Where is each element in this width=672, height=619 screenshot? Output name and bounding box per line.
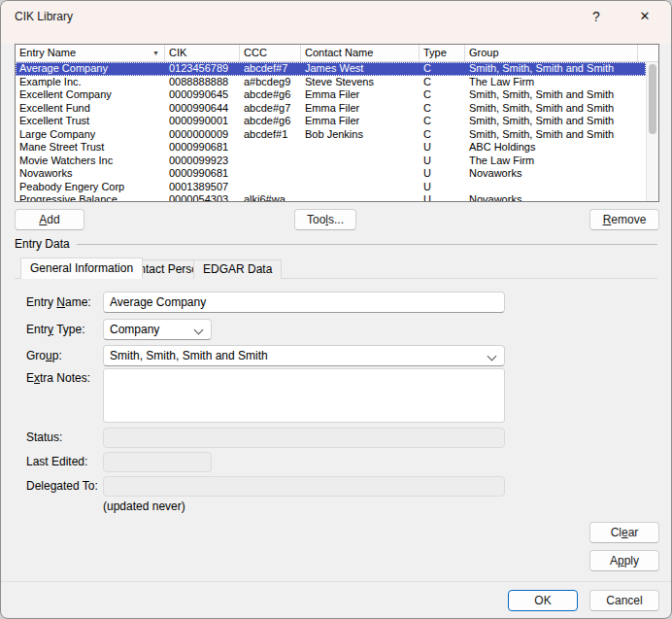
table-cell: Average Company xyxy=(16,62,165,76)
table-row[interactable]: Novaworks0000990681UNovaworks xyxy=(16,167,646,181)
cik-library-dialog: CIK Library ? ✕ Entry Name▼CIKCCCContact… xyxy=(0,0,672,619)
table-cell: Smith, Smith, Smith and Smith xyxy=(465,88,638,102)
entry-list[interactable]: Entry Name▼CIKCCCContact NameTypeGroup A… xyxy=(15,44,659,202)
table-row[interactable]: Excellent Trust0000990001abcde#g6Emma Fi… xyxy=(16,115,646,128)
table-row[interactable]: Example Inc.0088888888a#bcdeg9Steve Stev… xyxy=(16,76,646,89)
table-cell: Emma Filer xyxy=(301,115,420,128)
delegated-to-field xyxy=(103,476,505,497)
column-header-label: Group xyxy=(469,47,499,58)
table-row[interactable]: Progressive Balance0000054303alki6#waUNo… xyxy=(16,193,646,201)
table-cell: Emma Filer xyxy=(301,88,420,102)
entry-data-group-label: Entry Data xyxy=(15,237,70,251)
window-title: CIK Library xyxy=(15,1,73,32)
table-cell: Emma Filer xyxy=(301,102,420,116)
ok-button[interactable]: OK xyxy=(508,590,578,611)
table-cell: U xyxy=(420,193,465,201)
list-scrollbar[interactable] xyxy=(646,62,658,201)
list-header: Entry Name▼CIKCCCContact NameTypeGroup xyxy=(16,45,658,62)
table-cell: 0000990681 xyxy=(165,167,240,181)
table-cell: abcdef#7 xyxy=(240,62,301,76)
table-cell: Excellent Fund xyxy=(16,102,165,116)
footer-divider xyxy=(1,581,671,582)
table-cell: Smith, Smith, Smith and Smith xyxy=(465,115,638,128)
table-cell: James West xyxy=(301,62,420,76)
table-cell: C xyxy=(420,102,465,116)
status-field xyxy=(103,428,505,448)
column-header-entry-name[interactable]: Entry Name▼ xyxy=(16,45,165,62)
table-cell: Excellent Trust xyxy=(16,115,165,128)
entry-type-select[interactable]: Company xyxy=(103,319,212,340)
table-cell: Peabody Engery Corp xyxy=(16,181,165,194)
list-body: Average Company0123456789abcdef#7James W… xyxy=(16,62,646,201)
table-cell: 0123456789 xyxy=(165,62,240,76)
table-cell: C xyxy=(420,115,465,128)
table-cell: 0000990681 xyxy=(165,141,240,155)
chevron-down-icon xyxy=(487,352,497,361)
table-cell: abcde#g6 xyxy=(240,88,301,102)
table-cell: C xyxy=(420,88,465,102)
table-cell: abcde#g6 xyxy=(240,115,301,128)
remove-button[interactable]: Remove xyxy=(589,209,659,230)
table-cell: Novaworks xyxy=(465,193,638,201)
table-cell: Bob Jenkins xyxy=(301,128,420,142)
title-bar: CIK Library ? ✕ xyxy=(1,1,672,44)
column-header-type[interactable]: Type xyxy=(420,45,465,62)
table-cell xyxy=(240,141,301,155)
table-cell: a#bcdeg9 xyxy=(240,76,301,89)
table-cell: C xyxy=(420,62,465,76)
column-header-ccc[interactable]: CCC xyxy=(240,45,301,62)
tab-general-information[interactable]: General Information xyxy=(20,258,143,279)
close-icon[interactable]: ✕ xyxy=(628,4,661,29)
table-cell: U xyxy=(420,141,465,155)
entry-name-label: Entry Name: xyxy=(26,295,91,309)
entry-type-value: Company xyxy=(110,323,159,336)
scrollbar-thumb[interactable] xyxy=(649,64,656,134)
apply-button[interactable]: Apply xyxy=(589,550,659,571)
table-cell xyxy=(465,181,638,194)
group-label: Group: xyxy=(26,349,62,362)
column-header-group[interactable]: Group xyxy=(465,45,638,62)
table-cell: C xyxy=(420,76,465,89)
entry-type-label: Entry Type: xyxy=(26,323,84,336)
table-cell: U xyxy=(420,155,465,168)
table-cell xyxy=(301,181,420,194)
table-cell: Movie Watchers Inc xyxy=(16,155,165,168)
column-header-contact-name[interactable]: Contact Name xyxy=(301,45,420,62)
table-cell: abcdef#1 xyxy=(240,128,301,142)
table-cell: abcde#g7 xyxy=(240,102,301,116)
table-cell xyxy=(301,167,420,181)
table-cell: Smith, Smith, Smith and Smith xyxy=(465,128,638,142)
cancel-button[interactable]: Cancel xyxy=(589,590,659,611)
clear-button[interactable]: Clear xyxy=(589,522,659,543)
table-row[interactable]: Peabody Engery Corp0001389507U xyxy=(16,181,646,194)
table-row[interactable]: Excellent Fund0000990644abcde#g7Emma Fil… xyxy=(16,102,646,116)
table-cell: Smith, Smith, Smith and Smith xyxy=(465,102,638,116)
table-cell: The Law Firm xyxy=(465,155,638,168)
delegated-to-label: Delegated To: xyxy=(26,479,98,493)
table-cell: Example Inc. xyxy=(16,76,165,89)
table-cell xyxy=(301,155,420,168)
table-row[interactable]: Excellent Company0000990645abcde#g6Emma … xyxy=(16,88,646,102)
table-cell: 0000990644 xyxy=(165,102,240,116)
entry-name-input[interactable] xyxy=(103,292,505,313)
status-label: Status: xyxy=(26,430,62,444)
table-row[interactable]: Average Company0123456789abcdef#7James W… xyxy=(16,62,646,76)
column-header-label: CCC xyxy=(244,47,267,58)
table-cell: ABC Holdings xyxy=(465,141,638,155)
table-cell xyxy=(240,155,301,168)
add-button[interactable]: Add xyxy=(15,209,84,230)
tools-button[interactable]: Tools... xyxy=(294,209,356,230)
table-row[interactable]: Large Company0000000009abcdef#1Bob Jenki… xyxy=(16,128,646,142)
extra-notes-textarea[interactable] xyxy=(103,368,505,423)
help-icon[interactable]: ? xyxy=(580,4,613,29)
table-cell xyxy=(301,193,420,201)
table-cell: Novaworks xyxy=(465,167,638,181)
table-row[interactable]: Movie Watchers Inc0000099923UThe Law Fir… xyxy=(16,155,646,168)
group-select[interactable]: Smith, Smith, Smith and Smith xyxy=(103,345,505,366)
tab-edgar-data[interactable]: EDGAR Data xyxy=(193,259,282,279)
table-cell: C xyxy=(420,128,465,142)
table-row[interactable]: Mane Street Trust0000990681UABC Holdings xyxy=(16,141,646,155)
column-header-cik[interactable]: CIK xyxy=(165,45,240,62)
last-edited-field xyxy=(103,452,212,472)
table-cell: 0000000009 xyxy=(165,128,240,142)
